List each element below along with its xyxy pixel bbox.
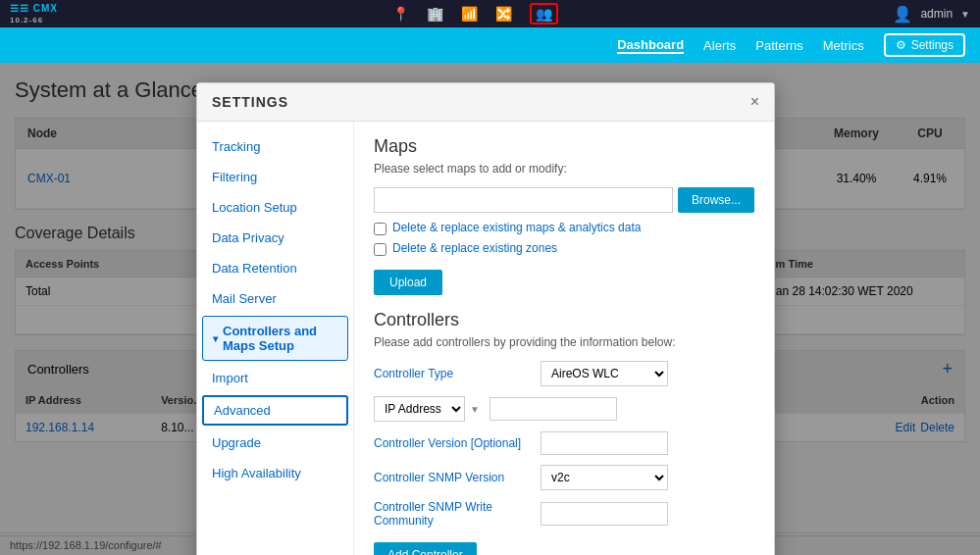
sidebar-item-filtering[interactable]: Filtering bbox=[197, 162, 353, 192]
replace-maps-label[interactable]: Delete & replace existing maps & analyti… bbox=[392, 221, 641, 234]
nav-icons: 📍 🏢 📶 🔀 👥 bbox=[58, 3, 893, 25]
sidebar-item-controllers-maps[interactable]: ▾ Controllers and Maps Setup bbox=[202, 316, 348, 361]
snmp-community-row: Controller SNMP Write Community private bbox=[374, 500, 754, 528]
dialog-sidebar: Tracking Filtering Location Setup Data P… bbox=[197, 122, 354, 555]
tracking-label: Tracking bbox=[212, 139, 260, 154]
sidebar-item-advanced[interactable]: Advanced bbox=[202, 395, 348, 426]
sidebar-item-import[interactable]: Import bbox=[197, 363, 353, 393]
settings-dialog: SETTINGS × Tracking Filtering Location S… bbox=[196, 82, 775, 555]
second-navigation: Dashboard Alerts Patterns Metrics ⚙ Sett… bbox=[0, 27, 980, 63]
settings-button[interactable]: ⚙ Settings bbox=[884, 33, 965, 57]
ip-row: IP Address FQDN ▼ bbox=[374, 396, 480, 422]
main-content: System at a Glance Node IP Address Memor… bbox=[0, 63, 980, 555]
location-pin-icon[interactable]: 📍 bbox=[392, 6, 409, 22]
mail-server-label: Mail Server bbox=[212, 291, 277, 306]
import-label: Import bbox=[212, 371, 248, 385]
chevron-icon: ▾ bbox=[213, 333, 218, 344]
browse-button[interactable]: Browse... bbox=[678, 187, 754, 213]
sidebar-item-upgrade[interactable]: Upgrade bbox=[197, 428, 353, 458]
settings-gear-icon: ⚙ bbox=[896, 38, 906, 52]
replace-zones-checkbox[interactable] bbox=[374, 243, 387, 256]
controllers-description: Please add controllers by providing the … bbox=[374, 335, 754, 349]
snmp-version-select[interactable]: v2c v1 v3 bbox=[541, 465, 668, 490]
data-retention-label: Data Retention bbox=[212, 261, 297, 276]
filtering-label: Filtering bbox=[212, 170, 257, 184]
replace-zones-label[interactable]: Delete & replace existing zones bbox=[392, 241, 557, 255]
ip-type-select[interactable]: IP Address FQDN bbox=[374, 396, 465, 422]
logo-area: ☰☰ CMX10.2-66 bbox=[10, 3, 58, 25]
admin-area: 👤 admin ▼ bbox=[893, 5, 970, 24]
dialog-body: Tracking Filtering Location Setup Data P… bbox=[197, 122, 774, 555]
dialog-main-content: Maps Please select maps to add or modify… bbox=[354, 122, 774, 555]
controller-type-select[interactable]: AireOS WLC IOS-XE WLC Catalyst Center bbox=[541, 361, 668, 386]
ip-address-input[interactable] bbox=[490, 397, 617, 421]
controller-version-row: Controller Version [Optional] bbox=[374, 431, 754, 455]
cisco-logo: ☰☰ CMX10.2-66 bbox=[10, 3, 58, 25]
maps-description: Please select maps to add or modify: bbox=[374, 162, 754, 176]
advanced-label: Advanced bbox=[214, 403, 271, 418]
admin-button[interactable]: admin bbox=[920, 7, 953, 21]
maps-heading: Maps bbox=[374, 136, 754, 157]
dialog-close-button[interactable]: × bbox=[750, 93, 759, 111]
browse-row: Browse... bbox=[374, 187, 754, 213]
wifi-icon[interactable]: 📶 bbox=[461, 6, 478, 22]
upgrade-label: Upgrade bbox=[212, 435, 261, 450]
browse-input[interactable] bbox=[374, 187, 673, 213]
snmp-version-label: Controller SNMP Version bbox=[374, 471, 531, 484]
data-privacy-label: Data Privacy bbox=[212, 230, 284, 245]
dialog-title: SETTINGS bbox=[212, 94, 288, 110]
snmp-version-row: Controller SNMP Version v2c v1 v3 bbox=[374, 465, 754, 490]
add-controller-button[interactable]: Add Controller bbox=[374, 542, 477, 555]
controller-type-label: Controller Type bbox=[374, 367, 531, 380]
high-availability-label: High Availability bbox=[212, 466, 301, 480]
settings-label: Settings bbox=[911, 38, 954, 52]
controllers-heading: Controllers bbox=[374, 310, 754, 330]
controller-type-row: Controller Type AireOS WLC IOS-XE WLC Ca… bbox=[374, 361, 754, 386]
controller-version-label: Controller Version [Optional] bbox=[374, 436, 531, 450]
nav-alerts[interactable]: Alerts bbox=[703, 38, 736, 53]
share-icon[interactable]: 🔀 bbox=[495, 6, 512, 22]
nav-patterns[interactable]: Patterns bbox=[755, 38, 802, 53]
building-icon[interactable]: 🏢 bbox=[427, 6, 443, 22]
snmp-community-input[interactable]: private bbox=[541, 502, 668, 526]
replace-maps-checkbox[interactable] bbox=[374, 223, 387, 235]
checkbox-replace-maps: Delete & replace existing maps & analyti… bbox=[374, 221, 754, 235]
sidebar-item-location-setup[interactable]: Location Setup bbox=[197, 192, 353, 223]
version-label: 10.2-66 bbox=[10, 16, 43, 25]
controller-version-input[interactable] bbox=[541, 431, 668, 455]
upload-button[interactable]: Upload bbox=[374, 270, 442, 295]
location-setup-label: Location Setup bbox=[212, 200, 297, 215]
checkbox-replace-zones: Delete & replace existing zones bbox=[374, 241, 754, 256]
sidebar-item-high-availability[interactable]: High Availability bbox=[197, 458, 353, 488]
users-icon[interactable]: 👥 bbox=[530, 3, 558, 25]
dialog-header: SETTINGS × bbox=[197, 83, 774, 122]
controllers-maps-label: Controllers and Maps Setup bbox=[223, 324, 337, 353]
nav-metrics[interactable]: Metrics bbox=[823, 38, 864, 53]
sidebar-item-tracking[interactable]: Tracking bbox=[197, 131, 353, 162]
nav-dashboard[interactable]: Dashboard bbox=[617, 37, 684, 54]
sidebar-item-mail-server[interactable]: Mail Server bbox=[197, 283, 353, 314]
snmp-community-label: Controller SNMP Write Community bbox=[374, 500, 531, 528]
sidebar-item-data-retention[interactable]: Data Retention bbox=[197, 253, 353, 283]
ip-address-row: IP Address FQDN ▼ bbox=[374, 396, 754, 422]
sidebar-item-data-privacy[interactable]: Data Privacy bbox=[197, 223, 353, 253]
top-navigation: ☰☰ CMX10.2-66 📍 🏢 📶 🔀 👥 👤 admin ▼ bbox=[0, 0, 980, 27]
